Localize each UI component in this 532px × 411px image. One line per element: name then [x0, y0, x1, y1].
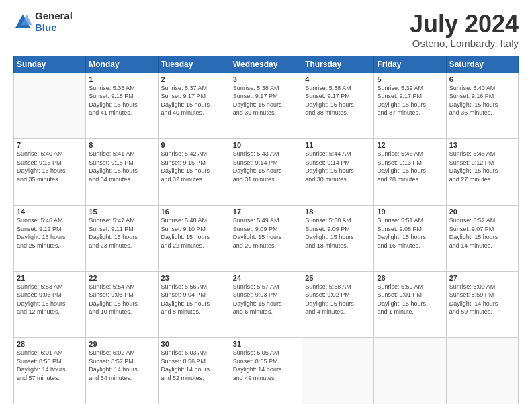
day-number: 7: [17, 141, 83, 149]
cell-content: Sunrise: 5:46 AMSunset: 9:12 PMDaylight:…: [17, 216, 83, 250]
cell-content: Sunrise: 5:57 AMSunset: 9:03 PMDaylight:…: [233, 283, 299, 316]
calendar-week-0: 1Sunrise: 5:36 AMSunset: 9:18 PMDaylight…: [14, 73, 519, 139]
calendar-cell: 21Sunrise: 5:53 AMSunset: 9:06 PMDayligh…: [14, 271, 86, 338]
calendar-table: Sunday Monday Tuesday Wednesday Thursday…: [13, 56, 519, 404]
cell-content: Sunrise: 5:52 AMSunset: 9:07 PMDaylight:…: [449, 216, 515, 250]
day-number: 28: [17, 340, 83, 348]
calendar-cell: 11Sunrise: 5:44 AMSunset: 9:14 PMDayligh…: [302, 139, 374, 205]
day-number: 29: [89, 340, 154, 348]
day-number: 11: [305, 141, 371, 149]
day-number: 1: [89, 75, 154, 83]
cell-content: Sunrise: 6:03 AMSunset: 8:56 PMDaylight:…: [161, 349, 227, 382]
cell-content: Sunrise: 6:02 AMSunset: 8:57 PMDaylight:…: [89, 349, 154, 382]
cell-content: Sunrise: 6:05 AMSunset: 8:55 PMDaylight:…: [233, 349, 299, 382]
calendar-cell: 31Sunrise: 6:05 AMSunset: 8:55 PMDayligh…: [230, 338, 302, 404]
calendar-cell: 13Sunrise: 5:45 AMSunset: 9:12 PMDayligh…: [446, 139, 518, 205]
day-number: 16: [161, 208, 227, 216]
day-number: 18: [305, 208, 371, 216]
calendar-cell: 2Sunrise: 5:37 AMSunset: 9:17 PMDaylight…: [158, 73, 230, 139]
day-number: 3: [233, 75, 299, 83]
cell-content: Sunrise: 5:36 AMSunset: 9:18 PMDaylight:…: [89, 84, 154, 118]
day-number: 6: [449, 75, 515, 83]
calendar-cell: 22Sunrise: 5:54 AMSunset: 9:05 PMDayligh…: [86, 271, 158, 338]
cell-content: Sunrise: 5:47 AMSunset: 9:11 PMDaylight:…: [89, 216, 154, 250]
day-number: 30: [161, 340, 227, 348]
calendar-cell: 27Sunrise: 6:00 AMSunset: 8:59 PMDayligh…: [446, 271, 518, 338]
day-number: 2: [161, 75, 227, 83]
calendar-cell: [374, 338, 446, 404]
calendar-cell: 16Sunrise: 5:48 AMSunset: 9:10 PMDayligh…: [158, 205, 230, 271]
calendar-week-4: 28Sunrise: 6:01 AMSunset: 8:58 PMDayligh…: [14, 338, 519, 404]
calendar-cell: 24Sunrise: 5:57 AMSunset: 9:03 PMDayligh…: [230, 271, 302, 338]
calendar-cell: 29Sunrise: 6:02 AMSunset: 8:57 PMDayligh…: [86, 338, 158, 404]
day-number: 24: [233, 274, 299, 282]
cell-content: Sunrise: 5:51 AMSunset: 9:08 PMDaylight:…: [377, 216, 443, 250]
cell-content: Sunrise: 5:39 AMSunset: 9:17 PMDaylight:…: [377, 84, 443, 118]
day-number: 27: [449, 274, 515, 282]
calendar-cell: 26Sunrise: 5:59 AMSunset: 9:01 PMDayligh…: [374, 271, 446, 338]
calendar-cell: 25Sunrise: 5:58 AMSunset: 9:02 PMDayligh…: [302, 271, 374, 338]
day-number: 13: [449, 141, 515, 149]
cell-content: Sunrise: 6:01 AMSunset: 8:58 PMDaylight:…: [17, 349, 83, 382]
logo-blue-text: Blue: [35, 22, 73, 34]
location-subtitle: Osteno, Lombardy, Italy: [410, 38, 519, 49]
calendar-cell: 12Sunrise: 5:45 AMSunset: 9:13 PMDayligh…: [374, 139, 446, 205]
calendar-cell: 23Sunrise: 5:56 AMSunset: 9:04 PMDayligh…: [158, 271, 230, 338]
header-sunday: Sunday: [14, 56, 86, 73]
weekday-header-row: Sunday Monday Tuesday Wednesday Thursday…: [14, 56, 519, 73]
calendar-cell: 20Sunrise: 5:52 AMSunset: 9:07 PMDayligh…: [446, 205, 518, 271]
cell-content: Sunrise: 6:00 AMSunset: 8:59 PMDaylight:…: [449, 283, 515, 316]
day-number: 9: [161, 141, 227, 149]
calendar-cell: 3Sunrise: 5:38 AMSunset: 9:17 PMDaylight…: [230, 73, 302, 139]
day-number: 5: [377, 75, 443, 83]
day-number: 19: [377, 208, 443, 216]
cell-content: Sunrise: 5:50 AMSunset: 9:09 PMDaylight:…: [305, 216, 371, 250]
calendar-cell: 15Sunrise: 5:47 AMSunset: 9:11 PMDayligh…: [86, 205, 158, 271]
day-number: 4: [305, 75, 371, 83]
day-number: 12: [377, 141, 443, 149]
calendar-cell: 14Sunrise: 5:46 AMSunset: 9:12 PMDayligh…: [14, 205, 86, 271]
cell-content: Sunrise: 5:45 AMSunset: 9:13 PMDaylight:…: [377, 150, 443, 183]
calendar-cell: 5Sunrise: 5:39 AMSunset: 9:17 PMDaylight…: [374, 73, 446, 139]
cell-content: Sunrise: 5:45 AMSunset: 9:12 PMDaylight:…: [449, 150, 515, 183]
cell-content: Sunrise: 5:56 AMSunset: 9:04 PMDaylight:…: [161, 283, 227, 316]
day-number: 14: [17, 208, 83, 216]
cell-content: Sunrise: 5:38 AMSunset: 9:17 PMDaylight:…: [305, 84, 371, 118]
day-number: 22: [89, 274, 154, 282]
cell-content: Sunrise: 5:49 AMSunset: 9:09 PMDaylight:…: [233, 216, 299, 250]
calendar-cell: 7Sunrise: 5:40 AMSunset: 9:16 PMDaylight…: [14, 139, 86, 205]
header-thursday: Thursday: [302, 56, 374, 73]
day-number: 10: [233, 141, 299, 149]
header: General Blue July 2024 Osteno, Lombardy,…: [13, 11, 519, 49]
day-number: 31: [233, 340, 299, 348]
calendar-page: General Blue July 2024 Osteno, Lombardy,…: [0, 0, 532, 411]
day-number: 25: [305, 274, 371, 282]
day-number: 15: [89, 208, 154, 216]
cell-content: Sunrise: 5:41 AMSunset: 9:15 PMDaylight:…: [89, 150, 154, 183]
title-block: July 2024 Osteno, Lombardy, Italy: [410, 11, 519, 49]
logo: General Blue: [13, 11, 73, 33]
cell-content: Sunrise: 5:48 AMSunset: 9:10 PMDaylight:…: [161, 216, 227, 250]
day-number: 20: [449, 208, 515, 216]
day-number: 17: [233, 208, 299, 216]
calendar-cell: [302, 338, 374, 404]
header-monday: Monday: [86, 56, 158, 73]
calendar-cell: 28Sunrise: 6:01 AMSunset: 8:58 PMDayligh…: [14, 338, 86, 404]
day-number: 21: [17, 274, 83, 282]
day-number: 26: [377, 274, 443, 282]
header-wednesday: Wednesday: [230, 56, 302, 73]
cell-content: Sunrise: 5:54 AMSunset: 9:05 PMDaylight:…: [89, 283, 154, 316]
calendar-week-1: 7Sunrise: 5:40 AMSunset: 9:16 PMDaylight…: [14, 139, 519, 205]
calendar-cell: 1Sunrise: 5:36 AMSunset: 9:18 PMDaylight…: [86, 73, 158, 139]
calendar-cell: 10Sunrise: 5:43 AMSunset: 9:14 PMDayligh…: [230, 139, 302, 205]
calendar-cell: [446, 338, 518, 404]
cell-content: Sunrise: 5:38 AMSunset: 9:17 PMDaylight:…: [233, 84, 299, 118]
cell-content: Sunrise: 5:53 AMSunset: 9:06 PMDaylight:…: [17, 283, 83, 316]
cell-content: Sunrise: 5:42 AMSunset: 9:15 PMDaylight:…: [161, 150, 227, 183]
calendar-cell: 8Sunrise: 5:41 AMSunset: 9:15 PMDaylight…: [86, 139, 158, 205]
header-saturday: Saturday: [446, 56, 518, 73]
calendar-cell: 17Sunrise: 5:49 AMSunset: 9:09 PMDayligh…: [230, 205, 302, 271]
calendar-cell: 19Sunrise: 5:51 AMSunset: 9:08 PMDayligh…: [374, 205, 446, 271]
cell-content: Sunrise: 5:40 AMSunset: 9:16 PMDaylight:…: [449, 84, 515, 118]
day-number: 23: [161, 274, 227, 282]
